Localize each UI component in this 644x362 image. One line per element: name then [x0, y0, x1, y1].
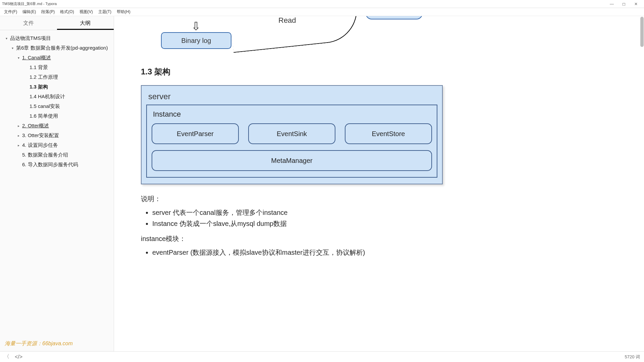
outline-item-label: 1.5 canal安装: [30, 103, 60, 110]
list-item: eventParser (数据源接入，模拟slave协议和master进行交互，…: [152, 248, 624, 257]
outline-item[interactable]: ▾品达物流TMS项目: [2, 34, 112, 43]
paragraph-explain: 说明：: [141, 194, 624, 203]
outline-item-label: 6. 导入数据同步服务代码: [22, 162, 78, 168]
status-wordcount[interactable]: 5720 词: [625, 354, 640, 360]
watermark-text: 海量一手资源：66bjava.com: [5, 340, 73, 347]
diagram-top: ⇩ Read Binary log: [141, 16, 624, 56]
outline-item[interactable]: 1.5 canal安装: [2, 102, 112, 111]
arch-instance-label: Instance: [153, 110, 432, 119]
outline-item[interactable]: ▸2. Otter概述: [2, 121, 112, 131]
outline-item-label: 1.2 工作原理: [30, 74, 58, 80]
outline-item-label: 第6章 数据聚合服务开发(pd-aggregation): [16, 45, 108, 51]
outline-item[interactable]: 1.6 简单使用: [2, 111, 112, 121]
status-back-icon[interactable]: 〈: [4, 353, 9, 360]
heading-1-3: 1.3 架构: [141, 66, 624, 77]
menu-theme[interactable]: 主题(T): [96, 8, 114, 15]
outline-item[interactable]: 1.2 工作原理: [2, 72, 112, 82]
arrow-down-icon: ⇩: [191, 19, 201, 33]
window-maximize-button[interactable]: ◻: [618, 2, 630, 6]
menu-view[interactable]: 视图(V): [77, 8, 96, 15]
outline-item-label: 5. 数据聚合服务介绍: [22, 152, 68, 158]
chevron-right-icon[interactable]: ▸: [16, 143, 21, 147]
outline-item[interactable]: ▾第6章 数据聚合服务开发(pd-aggregation): [2, 43, 112, 53]
diagram-curve: [230, 16, 360, 53]
arch-eventsink: EventSink: [248, 123, 335, 144]
status-source-icon[interactable]: </>: [15, 354, 22, 360]
arch-eventparser: EventParser: [152, 123, 239, 144]
outline-item-label: 品达物流TMS项目: [10, 35, 51, 42]
sidebar-tab-outline[interactable]: 大纲: [57, 16, 114, 30]
outline-item-label: 1.1 背景: [30, 64, 48, 71]
window-close-button[interactable]: ✕: [630, 2, 642, 6]
statusbar: 〈 </> 5720 词: [0, 351, 644, 362]
chevron-down-icon[interactable]: ▾: [10, 46, 15, 50]
architecture-diagram: server Instance EventParser EventSink Ev…: [141, 85, 443, 184]
outline-item-label: 1.3 架构: [30, 84, 48, 90]
outline-item-label: 1. Canal概述: [22, 55, 51, 61]
list-item: Instance 伪装成一个slave,从mysql dump数据: [152, 219, 624, 228]
window-titlebar: TMS物流项目_第6章.md - Typora — ◻ ✕: [0, 0, 644, 8]
arch-instance-box: Instance EventParser EventSink EventStor…: [146, 105, 437, 178]
diagram-binarylog-box: Binary log: [161, 32, 231, 49]
chevron-right-icon[interactable]: ▸: [16, 134, 21, 137]
outline-item-label: 3. Otter安装配置: [22, 132, 59, 139]
outline-item[interactable]: 1.3 架构: [2, 82, 112, 92]
menu-help[interactable]: 帮助(H): [114, 8, 133, 15]
sidebar-tabs: 文件 大纲: [0, 16, 114, 30]
menu-file[interactable]: 文件(F): [1, 8, 20, 15]
bullet-list-2: eventParser (数据源接入，模拟slave协议和master进行交互，…: [152, 248, 624, 257]
menu-para[interactable]: 段落(P): [39, 8, 57, 15]
list-item: server 代表一个canal服务，管理多个instance: [152, 208, 624, 217]
sidebar-tab-file[interactable]: 文件: [0, 16, 57, 30]
menu-format[interactable]: 格式(O): [57, 8, 76, 15]
outline-item-label: 1.4 HA机制设计: [30, 94, 65, 100]
menubar: 文件(F) 编辑(E) 段落(P) 格式(O) 视图(V) 主题(T) 帮助(H…: [0, 8, 644, 16]
outline-item[interactable]: ▸4. 设置同步任务: [2, 140, 112, 150]
arch-server-label: server: [148, 92, 437, 101]
outline-item-label: 2. Otter概述: [22, 123, 49, 129]
arch-eventstore: EventStore: [345, 123, 432, 144]
outline-item[interactable]: 5. 数据聚合服务介绍: [2, 150, 112, 160]
chevron-down-icon[interactable]: ▾: [16, 56, 21, 60]
menu-edit[interactable]: 编辑(E): [20, 8, 39, 15]
outline-item-label: 4. 设置同步任务: [22, 142, 58, 148]
outline-item[interactable]: 1.4 HA机制设计: [2, 92, 112, 102]
arch-metamanager: MetaManager: [152, 150, 432, 171]
sidebar: 文件 大纲 ▾品达物流TMS项目▾第6章 数据聚合服务开发(pd-aggrega…: [0, 16, 114, 351]
scrollbar-thumb[interactable]: [640, 17, 644, 47]
window-minimize-button[interactable]: —: [606, 2, 618, 6]
bullet-list-1: server 代表一个canal服务，管理多个instance Instance…: [152, 208, 624, 228]
window-title: TMS物流项目_第6章.md - Typora: [2, 1, 57, 6]
outline-item[interactable]: 1.1 背景: [2, 63, 112, 72]
editor-content[interactable]: ⇩ Read Binary log 1.3 架构 server Instance…: [114, 16, 644, 351]
outline-item[interactable]: 6. 导入数据同步服务代码: [2, 160, 112, 170]
outline-item[interactable]: ▸3. Otter安装配置: [2, 131, 112, 140]
outline-item-label: 1.6 简单使用: [30, 113, 58, 119]
chevron-down-icon[interactable]: ▾: [4, 37, 9, 40]
outline-item[interactable]: ▾1. Canal概述: [2, 53, 112, 63]
chevron-right-icon[interactable]: ▸: [16, 124, 21, 128]
paragraph-instance-module: instance模块：: [141, 234, 624, 243]
outline-tree[interactable]: ▾品达物流TMS项目▾第6章 数据聚合服务开发(pd-aggregation)▾…: [0, 30, 114, 351]
diagram-right-box: [366, 16, 423, 19]
